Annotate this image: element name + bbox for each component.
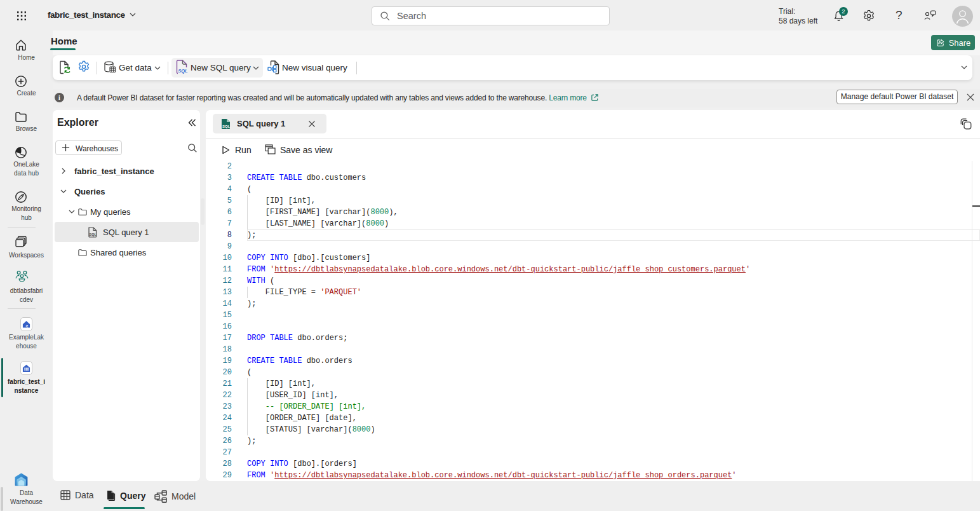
svg-text:SQL: SQL	[178, 68, 188, 74]
svg-text:SQL: SQL	[222, 124, 231, 128]
svg-text:SQL: SQL	[90, 233, 97, 236]
